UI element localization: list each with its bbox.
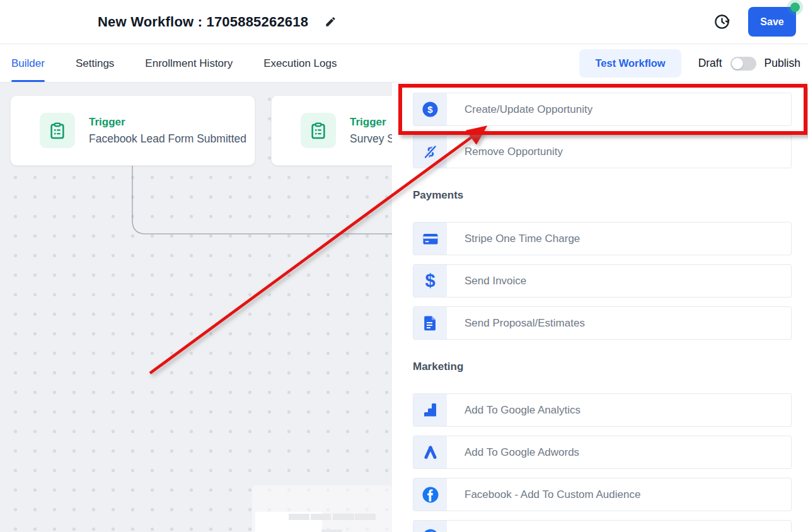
action-icon-cell [413,521,447,532]
unsaved-changes-badge [790,3,800,12]
save-button[interactable]: Save [748,7,796,37]
action-label: Facebook - Add To Custom Audience [447,478,640,511]
action-remove-opportunity[interactable]: $ Remove Opportunity [413,135,792,168]
action-stripe-one-time-charge[interactable]: Stripe One Time Charge [413,222,792,255]
actions-panel: $ Create/Update Opportunity $ Remove Opp… [392,83,808,532]
publish-toggle[interactable] [730,57,756,71]
action-icon-cell [413,478,447,511]
publish-toggle-knob [732,58,743,69]
trigger-icon-box [40,113,75,148]
trigger-subtitle: Facebook Lead Form Submitted [89,132,246,146]
trigger-text: Trigger Facebook Lead Form Submitted [89,116,246,146]
money-off-icon: $ [422,143,439,161]
action-icon-cell [413,307,447,339]
version-history-button[interactable] [713,13,730,30]
pencil-icon [325,16,337,28]
action-icon-cell [413,223,447,255]
tabs: Builder Settings Enrollment History Exec… [11,45,337,82]
workflow-canvas[interactable]: Trigger Facebook Lead Form Submitted Tri… [0,83,392,532]
google-analytics-icon [422,402,439,419]
svg-text:$: $ [427,104,433,115]
trigger-node-facebook-lead-form[interactable]: Trigger Facebook Lead Form Submitted [10,95,255,166]
trigger-icon-box [301,113,336,148]
action-send-proposal-estimates[interactable]: Send Proposal/Estimates [413,306,792,340]
trigger-title: Trigger [89,116,246,129]
action-label: Add To Google Adwords [447,436,579,468]
dollar-circle-icon: $ [422,101,439,118]
tab-settings[interactable]: Settings [76,45,114,82]
skeleton-bar [333,514,354,520]
action-create-update-opportunity[interactable]: $ Create/Update Opportunity [413,93,792,126]
tab-execution-logs[interactable]: Execution Logs [263,45,337,82]
page-title: New Workflow : 1705885262618 [98,14,308,30]
skeleton-bar [289,514,309,520]
action-label: Add To Google Analytics [447,394,580,426]
action-icon-cell: $ [413,136,447,168]
tab-enrollment-history[interactable]: Enrollment History [145,45,233,82]
facebook-icon [422,528,439,532]
skeleton-bar [355,514,376,520]
google-ads-icon [422,444,439,461]
partial-embedded-screenshot [252,485,392,532]
clipboard-trigger-icon [309,121,328,140]
action-label: Remove Opportunity [447,136,563,168]
section-heading-payments: Payments [413,189,792,202]
dollar-icon: $ [425,272,435,290]
action-add-to-google-analytics[interactable]: Add To Google Analytics [413,393,792,427]
credit-card-icon [422,230,439,248]
skeleton-bar [321,529,342,532]
action-label: Send Invoice [447,265,526,297]
section-heading-marketing: Marketing [413,361,792,373]
clipboard-trigger-icon [48,121,67,140]
tab-builder[interactable]: Builder [11,45,45,82]
action-label [447,521,465,532]
action-add-to-google-adwords[interactable]: Add To Google Adwords [413,436,792,469]
draft-label: Draft [698,57,722,70]
action-icon-cell: $ [413,265,447,297]
document-icon [422,315,439,332]
action-facebook-add-to-custom-audience[interactable]: Facebook - Add To Custom Audience [413,478,792,511]
save-button-label: Save [760,16,783,27]
action-label: Stripe One Time Charge [447,223,580,255]
edit-title-button[interactable] [325,16,337,28]
action-icon-cell [413,394,447,426]
action-icon-cell [413,436,447,468]
facebook-icon [422,486,439,504]
action-icon-cell: $ [413,93,447,125]
history-clock-icon [713,13,730,30]
action-facebook-partial[interactable] [413,520,792,532]
action-send-invoice[interactable]: $ Send Invoice [413,264,792,298]
action-label: Send Proposal/Estimates [447,307,585,339]
skeleton-bar [311,514,331,520]
publish-label: Publish [765,57,800,70]
tab-bar: Builder Settings Enrollment History Exec… [0,45,808,83]
test-workflow-button[interactable]: Test Workflow [579,49,681,78]
header: New Workflow : 1705885262618 Save [0,0,808,44]
action-label: Create/Update Opportunity [447,93,592,125]
